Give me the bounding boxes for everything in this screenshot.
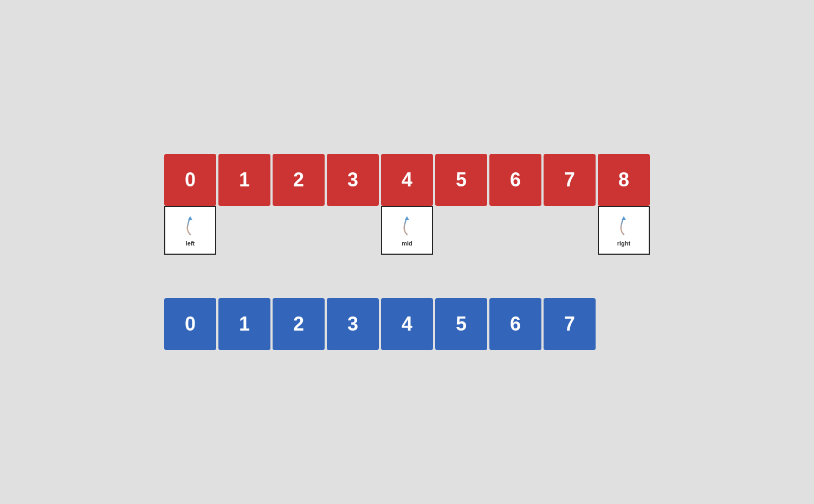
- mid-arrow-icon: [395, 214, 419, 238]
- mid-pointer-label: mid: [402, 240, 412, 247]
- empty-pointer-1: [218, 206, 270, 255]
- svg-marker-0: [188, 216, 192, 220]
- blue-cell-3: 3: [327, 298, 379, 350]
- red-cell-7: 7: [544, 154, 596, 206]
- blue-array-section: 0 1 2 3 4 5 6 7: [164, 298, 596, 350]
- left-pointer-cell: left: [164, 206, 216, 255]
- svg-marker-1: [405, 216, 409, 220]
- blue-cell-0: 0: [164, 298, 216, 350]
- red-cell-6: 6: [489, 154, 541, 206]
- red-cell-1: 1: [218, 154, 270, 206]
- blue-array-row: 0 1 2 3 4 5 6 7: [164, 298, 596, 350]
- blue-cell-2: 2: [273, 298, 325, 350]
- left-pointer-label: left: [186, 240, 195, 247]
- pointers-row: left mid: [164, 206, 650, 255]
- mid-pointer-cell: mid: [381, 206, 433, 255]
- right-pointer-label: right: [617, 240, 630, 247]
- blue-cell-1: 1: [218, 298, 270, 350]
- red-cell-5: 5: [435, 154, 487, 206]
- red-array-section: 0 1 2 3 4 5 6 7 8: [164, 154, 650, 255]
- empty-pointer-2: [273, 206, 325, 255]
- empty-pointer-7: [544, 206, 596, 255]
- right-arrow-icon: [612, 214, 636, 238]
- blue-cell-6: 6: [489, 298, 541, 350]
- empty-pointer-3: [327, 206, 379, 255]
- main-container: 0 1 2 3 4 5 6 7 8: [164, 154, 650, 350]
- red-array-row: 0 1 2 3 4 5 6 7 8: [164, 154, 650, 206]
- empty-pointer-6: [489, 206, 541, 255]
- right-pointer-cell: right: [598, 206, 650, 255]
- empty-pointer-5: [435, 206, 487, 255]
- left-arrow-icon: [178, 214, 202, 238]
- red-cell-8: 8: [598, 154, 650, 206]
- red-cell-0: 0: [164, 154, 216, 206]
- blue-cell-5: 5: [435, 298, 487, 350]
- svg-marker-2: [622, 216, 626, 220]
- red-cell-2: 2: [273, 154, 325, 206]
- blue-cell-7: 7: [544, 298, 596, 350]
- red-cell-3: 3: [327, 154, 379, 206]
- blue-cell-4: 4: [381, 298, 433, 350]
- red-cell-4: 4: [381, 154, 433, 206]
